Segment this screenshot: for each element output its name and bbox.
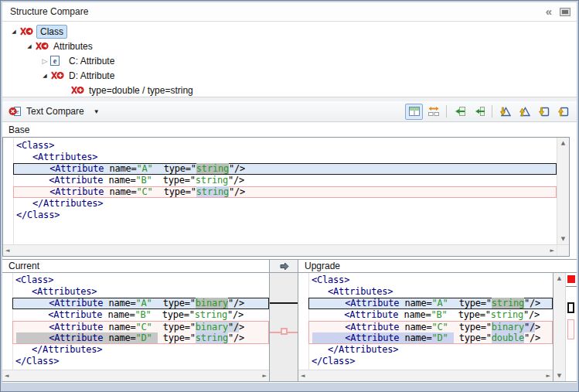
base-code-area[interactable]: <Class> <Attributes> <Attribute name="A"… [3,138,557,244]
ruler-selected-diff-marker[interactable] [567,302,574,313]
expander-open-icon[interactable]: ◢ [9,29,19,35]
ruler-incoming-diff-marker[interactable] [567,319,574,339]
tree-item-type-change[interactable]: type=double / type=string [2,83,577,97]
code-line: <Attribute name="A" type="binary"/> [12,298,269,309]
copy-current-right-to-left-button[interactable] [470,104,488,120]
current-pane-label: Current [2,260,270,272]
compare-editor-content: Structure Compare « ◢ Class ◢ Attributes [2,2,577,383]
copy-direction-cell[interactable] [270,260,298,272]
tree-item-d-attribute[interactable]: ◢ D: Attribute [2,68,577,83]
ruler-separator-line [566,286,577,287]
current-code-area[interactable]: <Class> <Attributes> <Attribute name="A"… [2,273,269,370]
scroll-left-icon[interactable]: ◄ [5,247,9,254]
scroll-up-icon[interactable]: ▲ [557,275,561,281]
chevron-down-icon[interactable]: ▼ [94,108,100,115]
copy-direction-arrow-icon[interactable] [279,262,289,271]
upgrade-vertical-scrollbar[interactable]: ▲ ▼ [553,273,566,381]
base-editor: <Class> <Attributes> <Attribute name="A"… [2,137,570,257]
structure-compare-title: Structure Compare [10,6,546,17]
scroll-left-icon[interactable]: ◄ [5,373,9,379]
collapse-chevrons-icon[interactable]: « [546,8,552,15]
code-line: </Class> [13,210,557,221]
code-line: </Class> [308,356,553,367]
show-ancestor-pane-button[interactable] [405,104,423,120]
incoming-diff-handle[interactable] [281,328,288,335]
scroll-down-icon[interactable]: ▼ [561,236,565,242]
code-line: </Attributes> [13,198,557,210]
tree-item-label: type=double / type=string [89,85,193,96]
scroll-right-icon[interactable]: ► [263,373,267,379]
code-line: <Attributes> [12,286,269,298]
compare-toolbar [405,104,572,120]
code-line: <Attribute name="B" type="string"/> [12,309,269,321]
svg-text:e: e [53,56,57,65]
base-vertical-scrollbar[interactable]: ▲ ▼ [557,138,569,244]
base-pane-label: Base [2,122,577,137]
code-line: <Attribute name="B" type="string"/> [13,175,557,186]
expander-open-icon[interactable]: ◢ [24,43,35,49]
structure-compare-header: Structure Compare « [2,2,577,22]
code-line: <Attribute name="B" type="string"/> [308,309,553,321]
tree-item-label: C: Attribute [69,56,114,66]
tree-item-c-attribute[interactable]: ▷ e C: Attribute [2,53,577,68]
pin-editor-icon[interactable] [560,7,570,16]
base-horizontal-scrollbar[interactable]: ◄ ► [3,244,557,256]
tree-item-label: Class [36,25,67,39]
tree-item-label: D: Attribute [69,70,114,81]
code-line: </Attributes> [12,344,269,356]
tree-item-class[interactable]: ◢ Class [2,24,577,39]
upgrade-code-area[interactable]: <Class> <Attributes> <Attribute name="A"… [298,273,553,370]
bottom-pane-headers: Current Upgrade [2,259,577,273]
overview-ruler [566,273,577,381]
structure-compare-tree[interactable]: ◢ Class ◢ Attributes ▷ e C: Attribute [2,22,577,97]
text-compare-icon: e [9,106,22,117]
upgrade-horizontal-scrollbar[interactable]: ◄ ► [298,370,553,381]
tree-item-attributes[interactable]: ◢ Attributes [2,39,577,53]
ruler-conflict-marker[interactable] [567,275,575,283]
conflict-change-icon [35,41,50,51]
expander-closed-icon[interactable]: ▷ [39,57,50,65]
code-line: <Class> [13,140,557,152]
code-line: <Attribute name="A" type="string"/> [13,163,557,175]
current-editor: <Class> <Attributes> <Attribute name="A"… [2,273,270,381]
scroll-right-icon[interactable]: ► [547,373,550,379]
code-line: <Attribute name="D" type="string"/> [12,332,269,344]
next-difference-button[interactable] [496,104,514,120]
code-line: <Attribute name="C" type="binary"/> [12,321,269,332]
compare-editor-window: Structure Compare « ◢ Class ◢ Attributes [0,0,579,392]
code-line: <Class> [308,274,553,286]
scroll-down-icon[interactable]: ▼ [557,373,561,379]
toolbar-separator [492,105,492,118]
scrollbar-corner [557,244,569,256]
scroll-right-icon[interactable]: ► [550,247,554,254]
upgrade-editor: <Class> <Attributes> <Attribute name="A"… [298,273,553,381]
previous-difference-button[interactable] [516,104,533,120]
code-line: <Attribute name="D" type="double"/> [308,332,553,344]
diff-connector-column [270,273,298,381]
bottom-pane-body: <Class> <Attributes> <Attribute name="A"… [2,273,577,382]
upgrade-pane-label: Upgrade [298,260,577,272]
code-line: <Class> [12,274,269,286]
text-compare-title: Text Compare [26,106,84,117]
previous-change-button[interactable] [554,104,572,120]
copy-all-right-to-left-button[interactable] [451,104,468,120]
scroll-left-icon[interactable]: ◄ [301,373,305,379]
element-e-icon: e [50,56,66,66]
swap-left-right-button[interactable] [424,104,442,120]
toolbar-separator [446,105,447,118]
scroll-up-icon[interactable]: ▲ [561,140,565,146]
text-compare-header: e Text Compare ▼ [2,101,577,122]
code-line: <Attribute name="C" type="string"/> [13,186,557,198]
tree-item-label: Attributes [53,41,93,52]
code-line: <Attribute name="C" type="binary"/> [308,321,553,332]
code-line: <Attribute name="A" type="string"/> [308,298,553,309]
code-line: </Attributes> [308,344,553,356]
code-line: </Class> [12,356,269,367]
code-line: <Attributes> [13,152,557,163]
current-horizontal-scrollbar[interactable]: ◄ ► [2,370,269,381]
next-change-button[interactable] [535,104,553,120]
selected-diff-connector [270,302,298,304]
conflict-add-icon [50,70,66,80]
expander-open-icon[interactable]: ◢ [39,73,50,79]
conflict-add-icon [70,85,86,95]
